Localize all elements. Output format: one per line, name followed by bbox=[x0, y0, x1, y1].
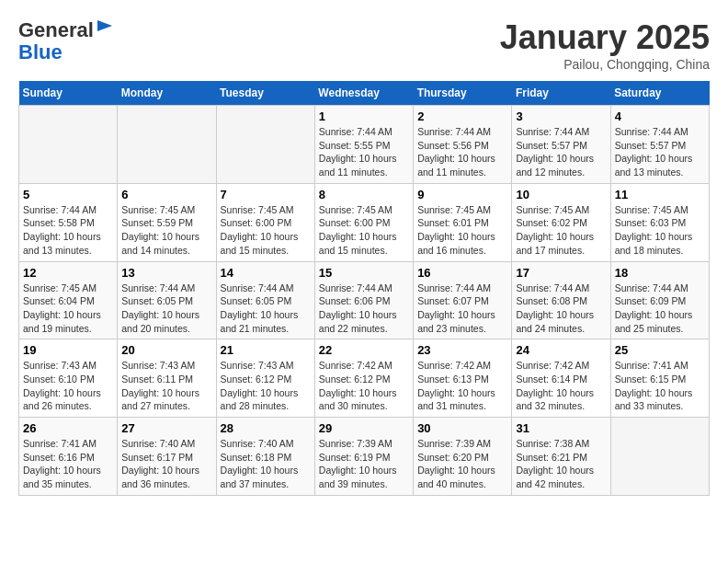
calendar-cell: 29Sunrise: 7:39 AM Sunset: 6:19 PM Dayli… bbox=[314, 418, 413, 496]
day-number: 21 bbox=[221, 343, 311, 357]
calendar-cell: 13Sunrise: 7:44 AM Sunset: 6:05 PM Dayli… bbox=[118, 261, 216, 339]
logo-blue: Blue bbox=[18, 40, 63, 63]
day-number: 14 bbox=[221, 266, 311, 280]
calendar-cell: 9Sunrise: 7:45 AM Sunset: 6:01 PM Daylig… bbox=[414, 183, 512, 261]
day-info: Sunrise: 7:39 AM Sunset: 6:20 PM Dayligh… bbox=[417, 437, 507, 491]
day-info: Sunrise: 7:45 AM Sunset: 6:01 PM Dayligh… bbox=[417, 203, 507, 258]
calendar-cell: 1Sunrise: 7:44 AM Sunset: 5:55 PM Daylig… bbox=[314, 106, 413, 184]
day-number: 6 bbox=[121, 188, 211, 201]
calendar-cell: 25Sunrise: 7:41 AM Sunset: 6:15 PM Dayli… bbox=[610, 339, 709, 418]
svg-marker-0 bbox=[97, 20, 112, 31]
calendar-cell: 17Sunrise: 7:44 AM Sunset: 6:08 PM Dayli… bbox=[512, 261, 610, 339]
day-number: 28 bbox=[221, 421, 311, 435]
day-info: Sunrise: 7:44 AM Sunset: 6:08 PM Dayligh… bbox=[516, 282, 606, 336]
day-info: Sunrise: 7:44 AM Sunset: 6:05 PM Dayligh… bbox=[221, 282, 311, 336]
calendar-cell: 2Sunrise: 7:44 AM Sunset: 5:56 PM Daylig… bbox=[414, 106, 512, 184]
weekday-header-friday: Friday bbox=[512, 81, 610, 106]
calendar-cell bbox=[118, 106, 216, 184]
day-number: 30 bbox=[417, 421, 507, 435]
calendar-cell: 23Sunrise: 7:42 AM Sunset: 6:13 PM Dayli… bbox=[414, 339, 512, 418]
day-info: Sunrise: 7:44 AM Sunset: 5:56 PM Dayligh… bbox=[417, 125, 507, 179]
calendar-cell bbox=[19, 106, 118, 184]
weekday-header-row: SundayMondayTuesdayWednesdayThursdayFrid… bbox=[19, 81, 710, 106]
calendar-cell: 14Sunrise: 7:44 AM Sunset: 6:05 PM Dayli… bbox=[216, 261, 314, 339]
calendar-week-row: 1Sunrise: 7:44 AM Sunset: 5:55 PM Daylig… bbox=[19, 106, 710, 184]
day-number: 23 bbox=[417, 343, 507, 357]
day-info: Sunrise: 7:44 AM Sunset: 5:58 PM Dayligh… bbox=[23, 203, 113, 258]
calendar-cell bbox=[216, 106, 314, 184]
day-number: 19 bbox=[23, 343, 113, 357]
day-number: 31 bbox=[516, 421, 606, 435]
day-number: 22 bbox=[319, 343, 409, 357]
day-number: 3 bbox=[516, 109, 606, 123]
day-info: Sunrise: 7:44 AM Sunset: 6:05 PM Dayligh… bbox=[121, 282, 211, 336]
day-number: 25 bbox=[615, 343, 705, 357]
day-info: Sunrise: 7:45 AM Sunset: 6:00 PM Dayligh… bbox=[319, 203, 409, 258]
day-info: Sunrise: 7:44 AM Sunset: 6:06 PM Dayligh… bbox=[319, 282, 409, 336]
calendar-week-row: 26Sunrise: 7:41 AM Sunset: 6:16 PM Dayli… bbox=[19, 418, 710, 496]
day-info: Sunrise: 7:45 AM Sunset: 6:04 PM Dayligh… bbox=[23, 282, 113, 336]
day-number: 11 bbox=[615, 188, 705, 201]
calendar-cell: 7Sunrise: 7:45 AM Sunset: 6:00 PM Daylig… bbox=[216, 183, 314, 261]
calendar-cell: 20Sunrise: 7:43 AM Sunset: 6:11 PM Dayli… bbox=[118, 339, 216, 418]
day-info: Sunrise: 7:45 AM Sunset: 6:02 PM Dayligh… bbox=[516, 203, 606, 258]
day-number: 18 bbox=[615, 266, 705, 280]
day-info: Sunrise: 7:41 AM Sunset: 6:16 PM Dayligh… bbox=[23, 437, 113, 491]
calendar-cell: 26Sunrise: 7:41 AM Sunset: 6:16 PM Dayli… bbox=[19, 418, 118, 496]
calendar-cell: 18Sunrise: 7:44 AM Sunset: 6:09 PM Dayli… bbox=[610, 261, 709, 339]
day-number: 4 bbox=[615, 109, 705, 123]
day-info: Sunrise: 7:41 AM Sunset: 6:15 PM Dayligh… bbox=[615, 359, 705, 413]
day-number: 26 bbox=[23, 421, 113, 435]
day-number: 24 bbox=[516, 343, 606, 357]
day-info: Sunrise: 7:40 AM Sunset: 6:18 PM Dayligh… bbox=[221, 437, 311, 491]
calendar-cell: 11Sunrise: 7:45 AM Sunset: 6:03 PM Dayli… bbox=[610, 183, 709, 261]
day-info: Sunrise: 7:43 AM Sunset: 6:10 PM Dayligh… bbox=[23, 359, 113, 413]
day-info: Sunrise: 7:44 AM Sunset: 5:55 PM Dayligh… bbox=[319, 125, 409, 179]
logo-flag-icon bbox=[96, 18, 114, 37]
logo-general: General bbox=[18, 18, 94, 41]
day-info: Sunrise: 7:45 AM Sunset: 6:03 PM Dayligh… bbox=[615, 203, 705, 258]
calendar-cell: 21Sunrise: 7:43 AM Sunset: 6:12 PM Dayli… bbox=[216, 339, 314, 418]
weekday-header-monday: Monday bbox=[118, 81, 216, 106]
calendar-cell: 19Sunrise: 7:43 AM Sunset: 6:10 PM Dayli… bbox=[19, 339, 118, 418]
weekday-header-wednesday: Wednesday bbox=[314, 81, 413, 106]
day-info: Sunrise: 7:43 AM Sunset: 6:11 PM Dayligh… bbox=[121, 359, 211, 413]
calendar-cell: 28Sunrise: 7:40 AM Sunset: 6:18 PM Dayli… bbox=[216, 418, 314, 496]
day-number: 12 bbox=[23, 266, 113, 280]
day-number: 27 bbox=[121, 421, 211, 435]
calendar-cell: 12Sunrise: 7:45 AM Sunset: 6:04 PM Dayli… bbox=[19, 261, 118, 339]
weekday-header-thursday: Thursday bbox=[414, 81, 512, 106]
calendar-cell: 4Sunrise: 7:44 AM Sunset: 5:57 PM Daylig… bbox=[610, 106, 709, 184]
calendar-cell: 5Sunrise: 7:44 AM Sunset: 5:58 PM Daylig… bbox=[19, 183, 118, 261]
calendar-cell bbox=[610, 418, 709, 496]
day-info: Sunrise: 7:45 AM Sunset: 5:59 PM Dayligh… bbox=[121, 203, 211, 258]
day-info: Sunrise: 7:43 AM Sunset: 6:12 PM Dayligh… bbox=[221, 359, 311, 413]
calendar-cell: 10Sunrise: 7:45 AM Sunset: 6:02 PM Dayli… bbox=[512, 183, 610, 261]
day-info: Sunrise: 7:44 AM Sunset: 5:57 PM Dayligh… bbox=[615, 125, 705, 179]
calendar-table: SundayMondayTuesdayWednesdayThursdayFrid… bbox=[18, 81, 710, 496]
calendar-cell: 27Sunrise: 7:40 AM Sunset: 6:17 PM Dayli… bbox=[118, 418, 216, 496]
calendar-week-row: 12Sunrise: 7:45 AM Sunset: 6:04 PM Dayli… bbox=[19, 261, 710, 339]
calendar-week-row: 19Sunrise: 7:43 AM Sunset: 6:10 PM Dayli… bbox=[19, 339, 710, 418]
day-info: Sunrise: 7:39 AM Sunset: 6:19 PM Dayligh… bbox=[319, 437, 409, 491]
day-info: Sunrise: 7:42 AM Sunset: 6:12 PM Dayligh… bbox=[319, 359, 409, 413]
day-number: 29 bbox=[319, 421, 409, 435]
day-info: Sunrise: 7:42 AM Sunset: 6:13 PM Dayligh… bbox=[417, 359, 507, 413]
day-number: 17 bbox=[516, 266, 606, 280]
day-number: 2 bbox=[417, 109, 507, 123]
location-subtitle: Pailou, Chongqing, China bbox=[500, 57, 710, 72]
title-block: January 2025 Pailou, Chongqing, China bbox=[500, 18, 710, 72]
day-info: Sunrise: 7:40 AM Sunset: 6:17 PM Dayligh… bbox=[121, 437, 211, 491]
calendar-cell: 24Sunrise: 7:42 AM Sunset: 6:14 PM Dayli… bbox=[512, 339, 610, 418]
day-info: Sunrise: 7:42 AM Sunset: 6:14 PM Dayligh… bbox=[516, 359, 606, 413]
day-info: Sunrise: 7:44 AM Sunset: 5:57 PM Dayligh… bbox=[516, 125, 606, 179]
day-number: 5 bbox=[23, 188, 113, 201]
weekday-header-saturday: Saturday bbox=[610, 81, 709, 106]
calendar-cell: 30Sunrise: 7:39 AM Sunset: 6:20 PM Dayli… bbox=[414, 418, 512, 496]
day-number: 8 bbox=[319, 188, 409, 201]
calendar-cell: 6Sunrise: 7:45 AM Sunset: 5:59 PM Daylig… bbox=[118, 183, 216, 261]
month-title: January 2025 bbox=[500, 18, 710, 57]
day-number: 10 bbox=[516, 188, 606, 201]
calendar-cell: 3Sunrise: 7:44 AM Sunset: 5:57 PM Daylig… bbox=[512, 106, 610, 184]
weekday-header-tuesday: Tuesday bbox=[216, 81, 314, 106]
